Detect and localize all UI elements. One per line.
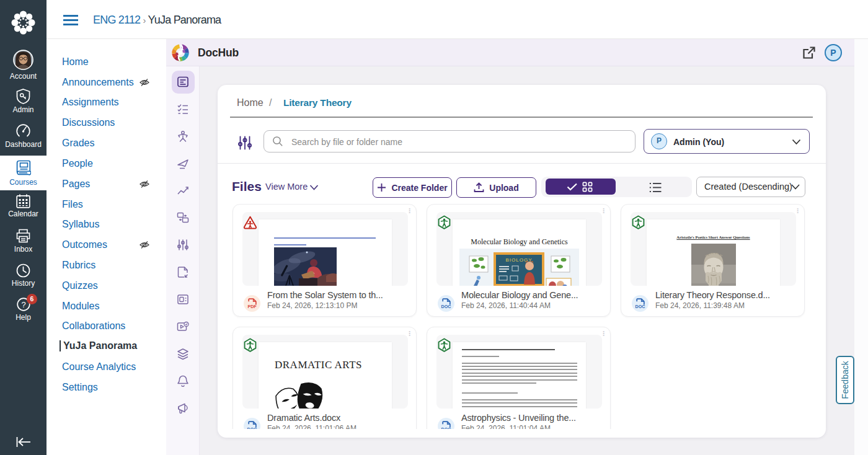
- svg-text:?: ?: [21, 300, 25, 309]
- svg-text:DOC: DOC: [441, 304, 451, 309]
- svg-text:DOC: DOC: [247, 427, 257, 429]
- svg-text:DOC: DOC: [636, 304, 645, 309]
- svg-text:DOC: DOC: [441, 427, 451, 429]
- svg-text:PDF: PDF: [247, 304, 257, 309]
